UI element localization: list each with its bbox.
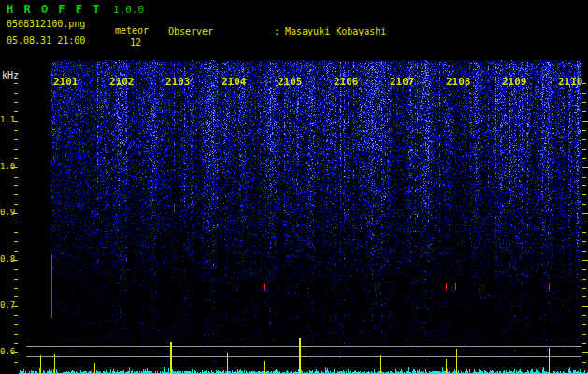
- freq-tick-right: [582, 223, 586, 223]
- freq-tick-left: [14, 204, 18, 205]
- time-tick-label: 2104: [222, 76, 247, 88]
- spectrogram-canvas: [51, 60, 581, 364]
- freq-tick-right: [582, 130, 586, 131]
- freq-tick-right: [582, 177, 586, 178]
- freq-tick-left: [14, 269, 18, 270]
- time-tick-label: 2102: [109, 76, 135, 88]
- reference-gridline: [26, 338, 581, 338]
- freq-tick-right: [582, 185, 586, 186]
- freq-tick-right: [582, 102, 586, 103]
- echo-count: 12: [130, 37, 141, 48]
- time-tick-label: 2103: [165, 76, 191, 88]
- freq-tick-left: [14, 334, 18, 335]
- freq-tick-right: [582, 241, 586, 242]
- echo-spike-marker: [446, 359, 447, 374]
- freq-tick-right: [582, 269, 586, 270]
- freq-tick-left: [12, 213, 18, 214]
- time-tick-label: 2106: [334, 76, 359, 88]
- freq-tick-left: [14, 130, 18, 131]
- freq-tick-right: [582, 204, 586, 205]
- time-tick-label: 2107: [390, 76, 415, 88]
- info-row-observer: Observer:Masayuki Kobayashi: [168, 26, 550, 37]
- freq-tick-left: [12, 260, 18, 261]
- faint-vertical-line: [51, 254, 52, 318]
- freq-tick-left: [14, 102, 18, 103]
- freq-tick-right: [582, 149, 586, 150]
- reference-gridline: [26, 346, 581, 347]
- date-time: 05.08.31 21:00: [7, 36, 85, 46]
- output-filename: 0508312100.png: [7, 19, 85, 29]
- freq-tick-left: [12, 121, 18, 122]
- freq-tick-right: [582, 324, 586, 325]
- freq-tick-left: [14, 139, 18, 140]
- freq-tick-right: [582, 83, 586, 84]
- freq-tick-right: [582, 93, 586, 94]
- freq-tick-right: [582, 158, 586, 159]
- freq-tick-right: [582, 334, 586, 335]
- level-graph-canvas: [19, 363, 588, 374]
- echo-spike-marker: [54, 354, 55, 374]
- freq-tick-right: [582, 194, 586, 195]
- freq-tick-left: [12, 306, 18, 307]
- time-tick-label: 2101: [53, 76, 79, 88]
- time-tick-label: 2110: [558, 76, 583, 88]
- freq-tick-label: 1.0: [0, 162, 15, 171]
- freq-tick-label: 0.6: [0, 347, 15, 356]
- freq-tick-right: [582, 139, 586, 140]
- echo-spike-marker: [299, 338, 301, 374]
- freq-tick-left: [14, 279, 18, 280]
- freq-tick-right: [582, 343, 586, 344]
- freq-tick-right: [582, 352, 588, 353]
- echo-spike-marker: [456, 349, 457, 374]
- mode-label: meteor: [115, 25, 149, 36]
- echo-spike-marker: [380, 355, 381, 374]
- echo-spike-marker: [227, 353, 228, 374]
- freq-tick-left: [14, 185, 18, 186]
- echo-spike-marker: [40, 355, 41, 374]
- info-label: Observer: [168, 26, 274, 37]
- freq-tick-right: [582, 232, 586, 233]
- freq-tick-left: [14, 177, 18, 178]
- freq-tick-right: [582, 288, 586, 289]
- freq-tick-left: [14, 315, 18, 316]
- hrofft-screen: H R O F F T 1.0.0 0508312100.png meteor …: [0, 0, 588, 374]
- reference-gridline: [26, 356, 581, 357]
- freq-tick-left: [14, 296, 18, 297]
- freq-tick-label: 0.8: [0, 254, 15, 264]
- time-tick-label: 2109: [502, 76, 527, 88]
- time-tick-label: 2108: [446, 76, 471, 88]
- freq-tick-label: 1.1: [0, 115, 15, 124]
- freq-tick-left: [14, 362, 18, 363]
- app-title: H R O F F T: [7, 3, 101, 16]
- echo-spike-marker: [480, 359, 480, 374]
- freq-tick-left: [14, 83, 18, 84]
- freq-tick-left: [14, 241, 18, 242]
- freq-tick-right: [582, 213, 588, 214]
- freq-axis-unit: kHz: [2, 70, 19, 80]
- freq-tick-right: [582, 111, 586, 112]
- freq-tick-right: [582, 306, 588, 307]
- freq-tick-left: [14, 251, 18, 252]
- freq-tick-left: [14, 149, 18, 150]
- freq-tick-right: [582, 315, 586, 316]
- freq-tick-left: [14, 93, 18, 94]
- freq-tick-right: [582, 296, 586, 297]
- freq-tick-left: [14, 194, 18, 195]
- freq-tick-right: [582, 279, 586, 280]
- echo-spike-marker: [94, 363, 95, 374]
- echo-spike-marker: [264, 361, 265, 374]
- freq-tick-left: [12, 352, 18, 353]
- freq-tick-left: [14, 223, 18, 223]
- echo-spike-marker: [549, 348, 550, 374]
- echo-spike-marker: [170, 342, 172, 374]
- freq-tick-left: [14, 288, 18, 289]
- freq-tick-left: [12, 167, 18, 168]
- freq-tick-left: [14, 158, 18, 159]
- freq-tick-left: [14, 111, 18, 112]
- freq-tick-left: [14, 324, 18, 325]
- freq-tick-right: [582, 167, 588, 168]
- info-value: Masayuki Kobayashi: [285, 26, 386, 37]
- time-tick-label: 2105: [278, 76, 303, 88]
- freq-tick-left: [14, 232, 18, 233]
- freq-tick-right: [582, 251, 586, 252]
